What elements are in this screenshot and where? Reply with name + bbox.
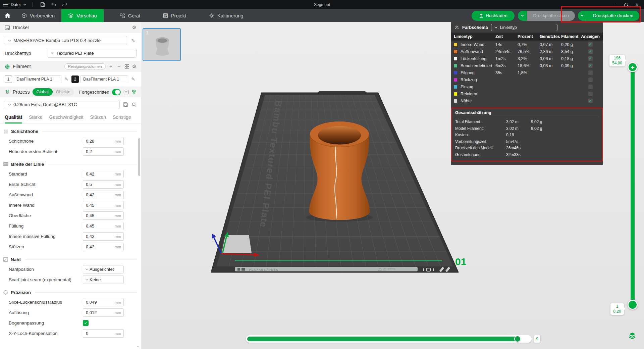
Außenwand-input[interactable]: 0,42mm	[83, 191, 124, 199]
layer-slider-bottom-handle[interactable]	[628, 300, 638, 310]
show-checkbox[interactable]: ✓	[588, 63, 593, 68]
layer-view-button[interactable]	[628, 331, 637, 340]
process-tab-sonstige[interactable]: Sonstige	[113, 114, 131, 123]
process-tab-stärke[interactable]: Stärke	[29, 114, 42, 123]
X-Y-Loch-Kompensation-input[interactable]: 0mm	[83, 329, 124, 338]
tab-projekt[interactable]: Projekt	[156, 9, 193, 22]
show-checkbox[interactable]	[588, 92, 593, 96]
minimize-button[interactable]: –	[610, 1, 621, 8]
layer-slider-top-handle[interactable]: +	[628, 62, 638, 72]
hamburger-menu-icon[interactable]	[3, 3, 8, 6]
scope-toggle[interactable]: Global Objekte	[33, 88, 74, 96]
tab-vorbereiten[interactable]: Vorbereiten	[15, 9, 61, 22]
legend-row[interactable]: Benutzerdefiniert6m3s18,6%0,03 m0,09 g✓	[451, 62, 603, 69]
print-dropdown-button[interactable]	[578, 11, 587, 21]
Höhe der ersten Schicht-input[interactable]: 0,2mm	[83, 147, 124, 156]
process-tab-geschwindigkeit[interactable]: Geschwindigkeit	[49, 114, 84, 123]
printer-settings-gear-icon[interactable]: ⚙	[132, 24, 137, 31]
show-checkbox[interactable]	[588, 78, 593, 82]
show-checkbox[interactable]: ✓	[588, 56, 593, 61]
Scarf joint seam (experimental)-select[interactable]: Keine	[83, 276, 124, 284]
scope-global[interactable]: Global	[33, 88, 53, 96]
Slice-Lückenschlussradius-input[interactable]: 0,049mm	[83, 298, 124, 306]
parameter-list-icon[interactable]	[123, 90, 129, 95]
legend-row[interactable]: Außenwand24m54s76,5%2,86 m8,54 g✓	[451, 48, 603, 55]
Schichthöhe-input[interactable]: 0,28mm	[83, 137, 124, 145]
scroll-down-chevron-icon[interactable]: ⌄	[137, 344, 140, 348]
slice-plate-button[interactable]: Druckplatte slicen	[527, 11, 575, 21]
Bogenanpassung-checkbox[interactable]: ✓	[83, 320, 89, 326]
filament-slot-1-index[interactable]: 1	[5, 76, 12, 83]
Auflösung-input[interactable]: 0,012mm	[83, 308, 124, 317]
maximize-button[interactable]	[621, 1, 631, 8]
flush-volumes-button[interactable]: Reinigungsvolumen	[64, 63, 106, 69]
line-type-label: Außenwand	[461, 49, 495, 54]
legend-row[interactable]: Innere Wand14s0,7%0,07 m0,20 g✓	[451, 41, 603, 48]
Erste Schicht-input[interactable]: 0,5mm	[83, 180, 124, 189]
step-slider[interactable]	[246, 335, 532, 343]
edit-printer-icon[interactable]: ✎	[130, 38, 137, 43]
legend-row[interactable]: Reinigen	[451, 90, 603, 97]
legend-row[interactable]: Einzug	[451, 83, 603, 90]
Innere Wand-input[interactable]: 0,45mm	[83, 201, 124, 209]
line-type-weight: 0,18 g	[561, 56, 581, 61]
filament-slot-2-name[interactable]: DasFilament PLA 1	[80, 75, 128, 83]
show-checkbox[interactable]	[588, 85, 593, 89]
scope-objects[interactable]: Objekte	[53, 90, 74, 94]
tab-kalibrierung[interactable]: Kalibrierung	[202, 9, 250, 22]
show-checkbox[interactable]: ✓	[588, 49, 593, 54]
Standard-input[interactable]: 0,42mm	[83, 170, 124, 178]
print-plate-button[interactable]: Druckplatte drucken	[587, 11, 639, 21]
legend-row[interactable]: Eilgang35s1,8%	[451, 69, 603, 76]
filament-settings-gear-icon[interactable]: ⚙	[132, 63, 137, 69]
remove-filament-button[interactable]: −	[116, 63, 122, 69]
filament-slot-2-index[interactable]: 2	[71, 76, 79, 83]
show-checkbox[interactable]	[588, 70, 593, 75]
advanced-toggle[interactable]	[112, 89, 121, 95]
file-menu-chevron-icon[interactable]	[23, 3, 26, 6]
edit-filament-2-icon[interactable]: ✎	[130, 77, 137, 82]
file-menu[interactable]: Datei	[11, 2, 20, 7]
collapse-panel-icon[interactable]	[454, 25, 459, 30]
scheme-select[interactable]: Linientyp	[491, 24, 557, 31]
Stützen-input[interactable]: 0,42mm	[83, 243, 124, 251]
process-preset-select[interactable]: 0.28mm Extra Draft @BBL X1C	[5, 100, 120, 109]
plate-thumbnail[interactable]: 1	[143, 28, 181, 61]
printer-icon	[5, 25, 10, 30]
legend-row[interactable]: Nähte✓	[451, 97, 603, 104]
line-type-color-swatch	[454, 43, 457, 46]
parameter-settings-icon[interactable]	[131, 90, 137, 95]
process-tab-stützen[interactable]: Stützen	[90, 114, 106, 123]
home-tab[interactable]	[0, 9, 15, 22]
upload-button[interactable]: Hochladen	[472, 11, 515, 21]
step-slider-handle[interactable]	[514, 336, 521, 342]
Füllung-input[interactable]: 0,45mm	[83, 222, 124, 230]
layer-range-slider[interactable]	[631, 67, 635, 305]
undo-icon[interactable]	[49, 1, 58, 8]
legend-row[interactable]: Lückenfüllung1m2s3,2%0,06 m0,18 g✓	[451, 55, 603, 62]
slice-dropdown-button[interactable]	[518, 11, 527, 21]
show-checkbox[interactable]: ✓	[588, 99, 593, 103]
save-preset-icon[interactable]	[123, 102, 128, 107]
process-tab-qualität[interactable]: Qualität	[5, 114, 22, 123]
filament-sync-icon[interactable]	[124, 64, 129, 69]
printer-select[interactable]: MAKERSPACE Bambu Lab P1S 0.4 nozzle	[5, 36, 127, 45]
filament-slot-1-name[interactable]: DasFilament PLA 1	[14, 75, 61, 83]
sidebar-scrollbar[interactable]	[138, 138, 140, 176]
add-filament-button[interactable]: +	[108, 63, 114, 69]
edit-filament-1-icon[interactable]: ✎	[63, 77, 70, 82]
tab-vorschau[interactable]: Vorschau	[61, 9, 103, 22]
setting-unit: mm	[115, 172, 123, 176]
setting-label: Auflösung	[9, 310, 83, 315]
Innere massive Füllung-input[interactable]: 0,42mm	[83, 232, 124, 241]
legend-row[interactable]: Rückzug	[451, 76, 603, 83]
close-button[interactable]: ✕	[632, 1, 642, 8]
save-project-icon[interactable]	[38, 1, 47, 8]
Nahtposition-select[interactable]: Ausgerichtet	[83, 265, 124, 273]
Oberfläche-input[interactable]: 0,45mm	[83, 211, 124, 220]
redo-icon[interactable]	[60, 1, 69, 8]
tab-geraet[interactable]: Gerät	[113, 9, 147, 22]
show-checkbox[interactable]: ✓	[588, 42, 593, 47]
bed-type-select[interactable]: Textured PEI Plate	[48, 49, 137, 58]
search-icon[interactable]	[131, 102, 137, 107]
